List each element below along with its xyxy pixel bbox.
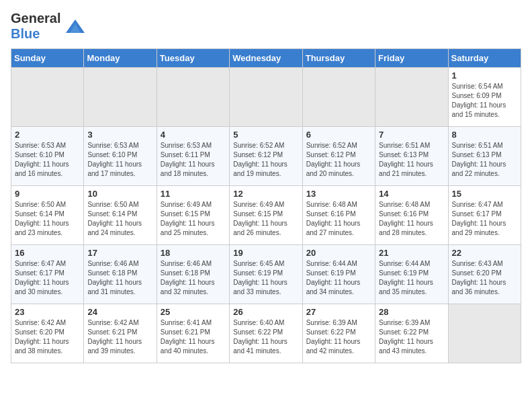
day-number: 2: [15, 130, 80, 140]
calendar-cell: [230, 68, 302, 127]
day-info: Sunrise: 6:40 AMSunset: 6:22 PMDaylight:…: [233, 318, 298, 356]
day-number: 11: [161, 189, 226, 199]
logo: General Blue: [11, 11, 87, 42]
day-number: 15: [452, 189, 517, 199]
calendar-cell: 21Sunrise: 6:44 AMSunset: 6:19 PMDayligh…: [375, 245, 448, 304]
day-info: Sunrise: 6:39 AMSunset: 6:22 PMDaylight:…: [306, 318, 371, 356]
day-number: 1: [452, 71, 517, 81]
day-number: 7: [379, 130, 444, 140]
calendar-cell: 28Sunrise: 6:39 AMSunset: 6:22 PMDayligh…: [375, 304, 448, 363]
header-wednesday: Wednesday: [230, 49, 302, 68]
calendar-cell: 25Sunrise: 6:41 AMSunset: 6:21 PMDayligh…: [157, 304, 229, 363]
day-number: 18: [161, 248, 226, 258]
calendar-cell: 22Sunrise: 6:43 AMSunset: 6:20 PMDayligh…: [448, 245, 521, 304]
week-row-5: 23Sunrise: 6:42 AMSunset: 6:20 PMDayligh…: [11, 304, 521, 363]
calendar-cell: 15Sunrise: 6:47 AMSunset: 6:17 PMDayligh…: [448, 186, 521, 245]
calendar-cell: [84, 68, 157, 127]
day-info: Sunrise: 6:50 AMSunset: 6:14 PMDaylight:…: [15, 200, 80, 238]
calendar-cell: [302, 68, 375, 127]
day-number: 5: [233, 130, 298, 140]
day-number: 8: [452, 130, 517, 140]
day-info: Sunrise: 6:42 AMSunset: 6:20 PMDaylight:…: [15, 318, 80, 356]
day-info: Sunrise: 6:53 AMSunset: 6:11 PMDaylight:…: [161, 141, 226, 179]
calendar-cell: 3Sunrise: 6:53 AMSunset: 6:10 PMDaylight…: [84, 127, 157, 186]
day-info: Sunrise: 6:49 AMSunset: 6:15 PMDaylight:…: [161, 200, 226, 238]
logo-icon: [63, 14, 87, 38]
day-number: 14: [379, 189, 444, 199]
header-thursday: Thursday: [302, 49, 375, 68]
header-tuesday: Tuesday: [157, 49, 229, 68]
day-info: Sunrise: 6:39 AMSunset: 6:22 PMDaylight:…: [379, 318, 444, 356]
day-info: Sunrise: 6:53 AMSunset: 6:10 PMDaylight:…: [87, 141, 152, 179]
day-number: 6: [306, 130, 371, 140]
day-number: 28: [379, 307, 444, 317]
day-number: 9: [15, 189, 80, 199]
day-info: Sunrise: 6:51 AMSunset: 6:13 PMDaylight:…: [379, 141, 444, 179]
day-number: 4: [161, 130, 226, 140]
day-info: Sunrise: 6:51 AMSunset: 6:13 PMDaylight:…: [452, 141, 517, 179]
calendar-cell: [157, 68, 229, 127]
calendar-cell: 26Sunrise: 6:40 AMSunset: 6:22 PMDayligh…: [230, 304, 302, 363]
day-info: Sunrise: 6:52 AMSunset: 6:12 PMDaylight:…: [306, 141, 371, 179]
day-info: Sunrise: 6:45 AMSunset: 6:19 PMDaylight:…: [233, 259, 298, 297]
day-number: 3: [87, 130, 152, 140]
day-number: 25: [161, 307, 226, 317]
week-row-3: 9Sunrise: 6:50 AMSunset: 6:14 PMDaylight…: [11, 186, 521, 245]
day-info: Sunrise: 6:44 AMSunset: 6:19 PMDaylight:…: [379, 259, 444, 297]
calendar-table: SundayMondayTuesdayWednesdayThursdayFrid…: [11, 48, 521, 363]
calendar-cell: 18Sunrise: 6:46 AMSunset: 6:18 PMDayligh…: [157, 245, 229, 304]
day-number: 23: [15, 307, 80, 317]
header-saturday: Saturday: [448, 49, 521, 68]
logo-text: General Blue: [11, 11, 60, 42]
calendar-cell: 20Sunrise: 6:44 AMSunset: 6:19 PMDayligh…: [302, 245, 375, 304]
day-info: Sunrise: 6:46 AMSunset: 6:18 PMDaylight:…: [87, 259, 152, 297]
week-row-4: 16Sunrise: 6:47 AMSunset: 6:17 PMDayligh…: [11, 245, 521, 304]
calendar-cell: 12Sunrise: 6:49 AMSunset: 6:15 PMDayligh…: [230, 186, 302, 245]
calendar-cell: 5Sunrise: 6:52 AMSunset: 6:12 PMDaylight…: [230, 127, 302, 186]
day-info: Sunrise: 6:54 AMSunset: 6:09 PMDaylight:…: [452, 82, 517, 120]
day-info: Sunrise: 6:48 AMSunset: 6:16 PMDaylight:…: [306, 200, 371, 238]
day-info: Sunrise: 6:41 AMSunset: 6:21 PMDaylight:…: [161, 318, 226, 356]
day-info: Sunrise: 6:52 AMSunset: 6:12 PMDaylight:…: [233, 141, 298, 179]
calendar-cell: 16Sunrise: 6:47 AMSunset: 6:17 PMDayligh…: [11, 245, 84, 304]
calendar-cell: 7Sunrise: 6:51 AMSunset: 6:13 PMDaylight…: [375, 127, 448, 186]
header-friday: Friday: [375, 49, 448, 68]
calendar-cell: 24Sunrise: 6:42 AMSunset: 6:21 PMDayligh…: [84, 304, 157, 363]
calendar-cell: 1Sunrise: 6:54 AMSunset: 6:09 PMDaylight…: [448, 68, 521, 127]
calendar-cell: 13Sunrise: 6:48 AMSunset: 6:16 PMDayligh…: [302, 186, 375, 245]
day-info: Sunrise: 6:47 AMSunset: 6:17 PMDaylight:…: [15, 259, 80, 297]
week-row-1: 1Sunrise: 6:54 AMSunset: 6:09 PMDaylight…: [11, 68, 521, 127]
calendar-cell: 4Sunrise: 6:53 AMSunset: 6:11 PMDaylight…: [157, 127, 229, 186]
day-number: 21: [379, 248, 444, 258]
day-info: Sunrise: 6:53 AMSunset: 6:10 PMDaylight:…: [15, 141, 80, 179]
day-number: 22: [452, 248, 517, 258]
day-info: Sunrise: 6:42 AMSunset: 6:21 PMDaylight:…: [87, 318, 152, 356]
calendar-cell: 19Sunrise: 6:45 AMSunset: 6:19 PMDayligh…: [230, 245, 302, 304]
header-monday: Monday: [84, 49, 157, 68]
calendar-cell: 11Sunrise: 6:49 AMSunset: 6:15 PMDayligh…: [157, 186, 229, 245]
day-number: 19: [233, 248, 298, 258]
day-number: 17: [87, 248, 152, 258]
day-info: Sunrise: 6:48 AMSunset: 6:16 PMDaylight:…: [379, 200, 444, 238]
day-info: Sunrise: 6:49 AMSunset: 6:15 PMDaylight:…: [233, 200, 298, 238]
calendar-cell: [11, 68, 84, 127]
day-number: 20: [306, 248, 371, 258]
calendar-cell: 9Sunrise: 6:50 AMSunset: 6:14 PMDaylight…: [11, 186, 84, 245]
calendar-cell: 27Sunrise: 6:39 AMSunset: 6:22 PMDayligh…: [302, 304, 375, 363]
calendar-cell: [375, 68, 448, 127]
calendar-cell: 14Sunrise: 6:48 AMSunset: 6:16 PMDayligh…: [375, 186, 448, 245]
day-number: 26: [233, 307, 298, 317]
day-number: 16: [15, 248, 80, 258]
calendar-cell: 10Sunrise: 6:50 AMSunset: 6:14 PMDayligh…: [84, 186, 157, 245]
calendar-cell: 17Sunrise: 6:46 AMSunset: 6:18 PMDayligh…: [84, 245, 157, 304]
calendar-cell: 2Sunrise: 6:53 AMSunset: 6:10 PMDaylight…: [11, 127, 84, 186]
day-info: Sunrise: 6:44 AMSunset: 6:19 PMDaylight:…: [306, 259, 371, 297]
week-row-2: 2Sunrise: 6:53 AMSunset: 6:10 PMDaylight…: [11, 127, 521, 186]
day-number: 24: [87, 307, 152, 317]
calendar-cell: 6Sunrise: 6:52 AMSunset: 6:12 PMDaylight…: [302, 127, 375, 186]
day-number: 12: [233, 189, 298, 199]
day-info: Sunrise: 6:50 AMSunset: 6:14 PMDaylight:…: [87, 200, 152, 238]
day-info: Sunrise: 6:46 AMSunset: 6:18 PMDaylight:…: [161, 259, 226, 297]
page-header: General Blue: [11, 11, 521, 42]
calendar-cell: 8Sunrise: 6:51 AMSunset: 6:13 PMDaylight…: [448, 127, 521, 186]
